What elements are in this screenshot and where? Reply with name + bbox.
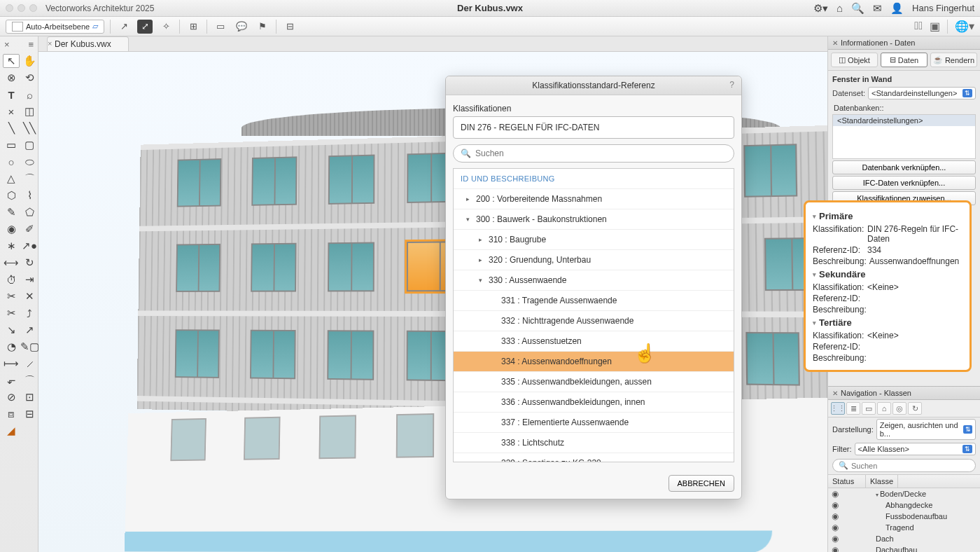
window-controls[interactable] [6,4,37,12]
close-icon[interactable]: ✕ [832,389,838,397]
zoom-window[interactable] [29,4,37,12]
home-icon[interactable]: ⌂ [836,2,843,14]
arc-tool[interactable]: ⌒ [21,172,38,186]
user-name[interactable]: Hans Fingerhut [912,3,974,13]
reshape-tool[interactable]: ↗● [21,239,38,253]
class-row[interactable]: ◉Abhangdecke [828,499,980,511]
database-list-item[interactable]: <Standardeinstellungen> [833,115,975,126]
palette-menu-icon[interactable]: ≡ [28,39,34,50]
box-icon[interactable]: ▣ [930,20,940,34]
nav-views-icon[interactable]: ⌂ [877,402,891,415]
nav-classes-icon[interactable]: ⋮⋮ [831,402,845,415]
connect-tool[interactable]: ⤴ [21,306,38,320]
close-window[interactable] [6,4,13,12]
tree-row[interactable]: ▸200 : Vorbereitende Massnahmen [454,189,734,209]
stopwatch-tool[interactable]: ⏱ [3,272,20,287]
tree-row[interactable]: ▸310 : Baugrube [454,230,734,250]
callout-tool[interactable]: ⬐ [3,373,20,387]
spiral-tool[interactable]: ◉ [3,222,20,236]
tab-data[interactable]: ⊟Daten [881,53,927,67]
regular-polygon-tool[interactable]: ⬠ [21,205,38,219]
tree-row[interactable]: 332 : Nichttragende Aussenwaende [454,311,734,331]
shear-tool[interactable]: ✕ [21,289,38,303]
link-ifc-button[interactable]: IFC-Daten verknüpfen... [832,176,976,190]
fillet-tool[interactable]: ↗ [21,323,38,337]
rotate-tool[interactable]: ↻ [21,256,38,270]
tree-row[interactable]: ▸320 : Gruendung, Unterbau [454,250,734,270]
dataset-dropdown[interactable]: <Standardeinstellungen>⇅ [868,87,976,99]
annotation-icon[interactable]: 💬 [234,20,249,34]
ellipse-tool[interactable]: ⬭ [21,155,38,169]
polygon-tool[interactable]: ⬡ [3,188,20,202]
pan-tool[interactable]: ✋ [21,54,38,68]
split-tool[interactable]: ✂ [3,289,20,303]
constraint-tool[interactable]: ⊘ [3,390,20,404]
classification-search[interactable]: 🔍 [453,144,734,163]
tree-row[interactable]: 334 : Aussenwandoeffnungen [454,352,734,372]
document-tab[interactable]: × Der Kubus.vwx [47,36,129,51]
filter-dropdown[interactable]: <Alle Klassen>⇅ [855,443,976,455]
zoom-tool[interactable]: ⌕ [21,88,38,102]
classification-tree[interactable]: ID UND BESCHREIBUNG ▸200 : Vorbereitende… [453,168,734,462]
delete-tool[interactable]: × [3,104,20,118]
link-database-button[interactable]: Datenbank verknüpfen... [832,160,976,174]
nav-panel-header[interactable]: ✕ Navigation - Klassen [828,387,980,400]
triangle-tool[interactable]: △ [3,172,20,186]
tree-row[interactable]: ▾330 : Aussenwaende [454,270,734,291]
tree-row[interactable]: 335 : Aussenwandbekleidungen, aussen [454,372,734,392]
cancel-button[interactable]: ABBRECHEN [668,475,734,492]
paint-tool[interactable]: ◢ [3,424,20,438]
tape-tool[interactable]: ⊡ [21,390,38,404]
database-list[interactable]: <Standardeinstellungen> [832,114,976,159]
tree-row[interactable]: 333 : Aussenstuetzen [454,331,734,352]
line-tool[interactable]: ╲ [3,121,20,135]
lasso-tool[interactable]: ⊗ [3,71,20,85]
chain-dim-tool[interactable]: ⌒ [21,373,38,387]
user-icon[interactable]: 👤 [890,2,904,15]
tree-row[interactable]: 337 : Elementierte Aussenwaende [454,413,734,433]
view-rect-icon[interactable]: ▭ [213,20,228,34]
working-plane-selector[interactable]: Auto-Arbeitsebene ▱ [6,20,104,34]
class-search-input[interactable] [851,462,969,470]
tree-row[interactable]: ▾300 : Bauwerk - Baukonstruktionen [454,209,734,230]
move-tool[interactable]: ⇥ [21,272,38,287]
globe-icon[interactable]: 🌐▾ [955,20,974,34]
eyedropper-tool[interactable]: ✐ [21,222,38,236]
snap-icon-1[interactable]: ↗ [116,20,132,34]
text-tool[interactable]: T [3,88,20,102]
rectangle-tool[interactable]: ▭ [3,138,20,152]
flag-icon[interactable]: ⚑ [255,20,270,34]
close-icon[interactable]: ✕ [832,39,838,47]
minimize-window[interactable] [18,4,25,12]
tree-row[interactable]: 336 : Aussenwandbekleidungen, innen [454,392,734,413]
class-row[interactable]: ◉Dachaufbau [828,544,980,552]
view-dropdown[interactable]: Zeigen, ausrichten und b...⇅ [876,419,976,440]
classification-search-input[interactable] [475,149,727,158]
tab-close-icon[interactable]: × [42,39,52,48]
freehand-tool[interactable]: ✎ [3,205,20,219]
double-line-tool[interactable]: ╲╲ [21,121,38,135]
selection-tool[interactable]: ↖ [3,54,20,68]
dimension-tool[interactable]: ⟼ [3,357,20,371]
stake-tool[interactable]: ⊟ [21,407,38,421]
tree-row[interactable]: 338 : Lichtschutz [454,433,734,453]
offset-tool[interactable]: ↘ [3,323,20,337]
class-search[interactable]: 🔍 [832,459,976,472]
rounded-rect-tool[interactable]: ▢ [21,138,38,152]
nav-sheet-icon[interactable]: ▭ [862,402,876,415]
wall-tool[interactable]: ⧈ [3,407,20,421]
tree-row[interactable]: 331 : Tragende Aussenwaende [454,291,734,311]
standard-field[interactable]: DIN 276 - REGELN FÜR IFC-DATEN [453,116,734,139]
nav-refs-icon[interactable]: ↻ [908,402,922,415]
snap-icon-2[interactable]: ⤢ [137,20,153,34]
mirror-tool[interactable]: ⟷ [3,256,20,270]
mail-icon[interactable]: ✉ [873,2,882,15]
settings-gear-icon[interactable]: ⚙︎▾ [813,2,828,15]
visibility-icon[interactable]: 👁̸ [914,20,923,34]
extrude-tool[interactable]: ◫ [21,104,38,118]
tab-object[interactable]: ◫Objekt [831,53,878,67]
attribute-tool[interactable]: ◔ [3,340,20,354]
nav-viewports-icon[interactable]: ◎ [892,402,906,415]
class-row[interactable]: ◉Dach [828,533,980,544]
align-icon[interactable]: ⊞ [186,20,201,34]
